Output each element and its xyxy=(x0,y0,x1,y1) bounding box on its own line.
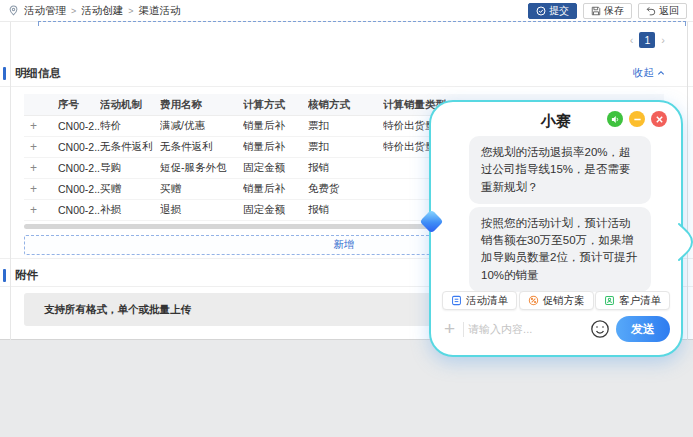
person-card-icon xyxy=(604,295,615,306)
assistant-message: 您规划的活动退损率20%，超过公司指导线15%，是否需要重新规划？ xyxy=(469,136,651,204)
circle-check-icon xyxy=(536,6,546,16)
attach-button[interactable]: + xyxy=(442,319,459,340)
save-button[interactable]: 保存 xyxy=(583,3,632,19)
upload-hint: 支持所有格式，单个或批量上传 xyxy=(44,303,191,317)
close-button[interactable] xyxy=(651,111,667,127)
col-header: 费用名称 xyxy=(160,98,243,112)
minimize-button[interactable] xyxy=(629,111,645,127)
cell-seq: CN00-2... xyxy=(58,204,100,216)
app-window: 活动管理 > 活动创建 > 渠道活动 提交 保存 xyxy=(0,0,693,437)
submit-button[interactable]: 提交 xyxy=(528,3,577,19)
breadcrumb-separator: > xyxy=(71,6,76,16)
toolbar-actions: 提交 保存 返回 xyxy=(528,3,687,19)
cell-seq: CN00-2... xyxy=(58,141,100,153)
emoji-button[interactable] xyxy=(588,319,616,339)
undo-arrow-icon xyxy=(646,6,656,16)
document-icon xyxy=(451,295,462,306)
promo-plan-chip[interactable]: 促销方案 xyxy=(519,291,594,310)
back-button[interactable]: 返回 xyxy=(638,3,687,19)
activity-list-chip[interactable]: 活动清单 xyxy=(442,291,517,310)
col-header: 计算方式 xyxy=(243,98,308,112)
smiley-icon xyxy=(590,319,610,339)
cell-fee-name: 短促-服务外包 xyxy=(160,161,243,175)
chat-panel-tail xyxy=(678,222,693,262)
divider xyxy=(0,86,693,87)
floppy-icon xyxy=(591,6,601,16)
section-accent-bar xyxy=(3,269,6,282)
cell-calc-method: 固定金额 xyxy=(243,161,308,175)
customer-list-chip[interactable]: 客户清单 xyxy=(595,291,670,310)
page-number[interactable]: 1 xyxy=(639,32,655,48)
cell-verify-method: 报销 xyxy=(308,161,383,175)
map-pin-icon xyxy=(8,5,19,16)
row-expand-button[interactable]: + xyxy=(24,140,58,154)
breadcrumb-separator: > xyxy=(128,6,133,16)
row-expand-button[interactable]: + xyxy=(24,182,58,196)
cell-seq: CN00-2... xyxy=(58,120,100,132)
input-divider xyxy=(463,322,464,337)
next-page-button[interactable]: › xyxy=(661,34,665,46)
cell-fee-name: 买赠 xyxy=(160,182,243,196)
breadcrumb-item[interactable]: 活动管理 xyxy=(24,4,66,18)
cell-verify-method: 免费货 xyxy=(308,182,383,196)
cell-mechanism: 买赠 xyxy=(100,182,160,196)
close-icon xyxy=(655,115,664,124)
cell-mechanism: 补损 xyxy=(100,203,160,217)
col-header: 序号 xyxy=(58,98,100,112)
cell-calc-method: 销量后补 xyxy=(243,140,308,154)
attachment-section-title: 附件 xyxy=(15,268,38,283)
quick-action-chips: 活动清单 促销方案 客户清单 xyxy=(442,291,670,310)
row-expand-button[interactable]: + xyxy=(24,161,58,175)
top-toolbar: 活动管理 > 活动创建 > 渠道活动 提交 保存 xyxy=(0,0,693,22)
assistant-message: 按照您的活动计划，预计活动销售额在30万至50万，如果增加导购员数量2位，预计可… xyxy=(469,207,651,292)
collapse-link[interactable]: 收起 xyxy=(633,66,665,80)
cell-verify-method: 票扣 xyxy=(308,119,383,133)
discount-badge-icon xyxy=(528,295,539,306)
row-expand-button[interactable]: + xyxy=(24,119,58,133)
voice-button[interactable] xyxy=(607,111,623,127)
cell-calc-method: 销量后补 xyxy=(243,119,308,133)
cell-seq: CN00-2... xyxy=(58,162,100,174)
detail-section-title: 明细信息 xyxy=(15,66,61,81)
cell-mechanism: 特价 xyxy=(100,119,160,133)
cell-verify-method: 报销 xyxy=(308,203,383,217)
chat-header: 小赛 xyxy=(431,102,681,136)
col-header: 活动机制 xyxy=(100,98,160,112)
cell-mechanism: 无条件返利 xyxy=(100,140,160,154)
cell-calc-method: 销量后补 xyxy=(243,182,308,196)
pagination: ‹ 1 › xyxy=(630,32,665,48)
cell-calc-method: 固定金额 xyxy=(243,203,308,217)
section-accent-bar xyxy=(3,67,6,80)
minus-icon xyxy=(633,115,642,124)
cell-mechanism: 导购 xyxy=(100,161,160,175)
breadcrumb-item[interactable]: 活动创建 xyxy=(81,4,123,18)
assistant-chat-panel: 小赛 您规划的活动退损率20%，超过公司指 xyxy=(429,100,683,357)
send-button[interactable]: 发送 xyxy=(616,316,670,342)
content-right-border xyxy=(687,22,688,340)
breadcrumb: 活动管理 > 活动创建 > 渠道活动 xyxy=(8,4,181,18)
col-header: 核销方式 xyxy=(308,98,383,112)
cell-fee-name: 满减/优惠 xyxy=(160,119,243,133)
cell-seq: CN00-2... xyxy=(58,183,100,195)
row-expand-button[interactable]: + xyxy=(24,203,58,217)
cell-fee-name: 退损 xyxy=(160,203,243,217)
assistant-message-wrap: 按照您的活动计划，预计活动销售额在30万至50万，如果增加导购员数量2位，预计可… xyxy=(445,207,667,292)
attachment-section-header: 附件 xyxy=(0,268,38,283)
chevron-up-icon xyxy=(657,69,665,77)
prev-page-button[interactable]: ‹ xyxy=(630,34,634,46)
dashed-guide-line xyxy=(38,21,686,22)
chat-messages: 您规划的活动退损率20%，超过公司指导线15%，是否需要重新规划？ 按照您的活动… xyxy=(431,136,681,292)
speaker-icon xyxy=(611,115,620,124)
content-left-border xyxy=(10,22,11,340)
breadcrumb-item[interactable]: 渠道活动 xyxy=(139,4,181,18)
chat-window-buttons xyxy=(607,111,667,127)
chat-input-row: + 发送 xyxy=(442,315,670,343)
cell-verify-method: 票扣 xyxy=(308,140,383,154)
cell-fee-name: 无条件返利 xyxy=(160,140,243,154)
chat-input[interactable] xyxy=(468,323,588,335)
